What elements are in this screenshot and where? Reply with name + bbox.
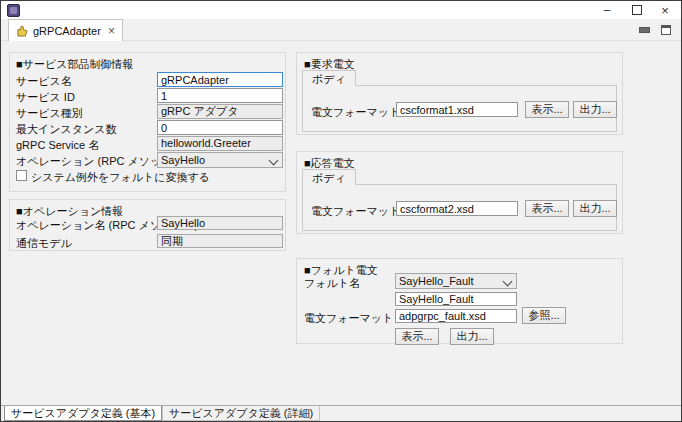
editor-tab-grpcadapter[interactable]: gRPCAdapter × (8, 19, 123, 41)
fault-message-group: ■フォルト電文 フォルト名 SayHello_Fault 電文フォーマット 参照… (296, 258, 623, 344)
operation-info-group-title: ■オペレーション情報 (16, 204, 123, 219)
response-body-pane: 電文フォーマット 表示... 出力... (302, 184, 617, 231)
fault-format-input[interactable] (395, 309, 517, 323)
service-name-label: サービス名 (16, 74, 72, 89)
fault-show-button[interactable]: 表示... (395, 328, 439, 345)
service-name-input[interactable] (157, 72, 283, 87)
max-instances-label: 最大インスタンス数 (16, 122, 117, 137)
fault-name-combo[interactable]: SayHello_Fault (395, 273, 517, 289)
service-type-value: gRPC アダプタ (157, 104, 283, 119)
convert-exception-checkbox-label: システム例外をフォルトに変換する (31, 170, 210, 185)
request-output-button[interactable]: 出力... (573, 101, 617, 118)
request-format-input[interactable] (396, 102, 518, 117)
view-controls (639, 19, 671, 41)
response-format-label: 電文フォーマット (311, 204, 400, 219)
communication-model-label: 通信モデル (16, 236, 72, 251)
app-icon (7, 4, 20, 17)
window-minimize-button[interactable]: – (595, 1, 619, 19)
operation-method-combo[interactable]: SayHello (157, 152, 283, 168)
response-message-group: ■応答電文 ボディ 電文フォーマット 表示... 出力... (296, 151, 623, 234)
response-format-input[interactable] (396, 201, 518, 216)
request-message-group: ■要求電文 ボディ 電文フォーマット 表示... 出力... (296, 52, 623, 135)
operation-method-combo-value: SayHello (161, 154, 205, 166)
editor-area: ■サービス部品制御情報 サービス名 サービス ID サービス種別 gRPC アダ… (1, 41, 681, 421)
request-body-tab[interactable]: ボディ (302, 70, 356, 86)
editor-tab-row: gRPCAdapter × (1, 19, 681, 41)
request-show-button[interactable]: 表示... (525, 101, 569, 118)
request-format-label: 電文フォーマット (311, 105, 400, 120)
title-bar: – × (1, 1, 681, 19)
response-show-button[interactable]: 表示... (525, 200, 569, 217)
response-body-tab[interactable]: ボディ (302, 169, 356, 185)
service-control-group-title: ■サービス部品制御情報 (16, 57, 133, 72)
editor-tab-label: gRPCAdapter (33, 25, 101, 37)
view-minimize-icon[interactable] (639, 27, 650, 33)
grpc-service-name-value: helloworld.Greeter (157, 136, 283, 151)
tab-service-adapter-basic[interactable]: サービスアダプタ定義 (基本) (4, 406, 162, 421)
adapter-icon (16, 25, 29, 37)
fault-name-input[interactable] (395, 292, 517, 306)
fault-format-label: 電文フォーマット (304, 311, 393, 326)
chevron-down-icon (503, 277, 513, 287)
fault-output-button[interactable]: 出力... (450, 328, 494, 345)
fault-browse-button[interactable]: 参照... (522, 307, 566, 324)
tab-close-icon[interactable]: × (108, 25, 115, 37)
app-window: – × gRPCAdapter × ■サービス部品制御情報 サービス名 サービス… (0, 0, 682, 422)
service-id-label: サービス ID (16, 90, 75, 105)
window-maximize-button[interactable] (625, 1, 649, 19)
fault-name-label: フォルト名 (304, 276, 360, 291)
service-control-group: ■サービス部品制御情報 サービス名 サービス ID サービス種別 gRPC アダ… (9, 52, 286, 192)
operation-info-group: ■オペレーション情報 オペレーション名 (RPC メソッド名) SayHello… (9, 199, 286, 251)
operation-method-label: オペレーション (RPC メソッド) (16, 154, 176, 169)
fault-name-combo-value: SayHello_Fault (399, 275, 474, 287)
definition-tab-bar: サービスアダプタ定義 (基本) サービスアダプタ定義 (詳細) (1, 405, 681, 421)
maximize-icon (632, 5, 642, 15)
max-instances-input[interactable] (157, 120, 283, 135)
convert-exception-checkbox[interactable] (16, 170, 27, 181)
communication-model-value: 同期 (157, 234, 283, 248)
chevron-down-icon (269, 156, 279, 166)
service-id-input[interactable] (157, 88, 283, 103)
window-close-button[interactable]: × (653, 1, 677, 19)
grpc-service-name-label: gRPC Service 名 (16, 138, 99, 153)
service-type-label: サービス種別 (16, 106, 83, 121)
view-maximize-icon[interactable] (661, 25, 671, 35)
request-body-pane: 電文フォーマット 表示... 出力... (302, 85, 617, 132)
tab-service-adapter-detail[interactable]: サービスアダプタ定義 (詳細) (162, 406, 320, 421)
operation-name-value: SayHello (157, 216, 283, 230)
response-output-button[interactable]: 出力... (573, 200, 617, 217)
